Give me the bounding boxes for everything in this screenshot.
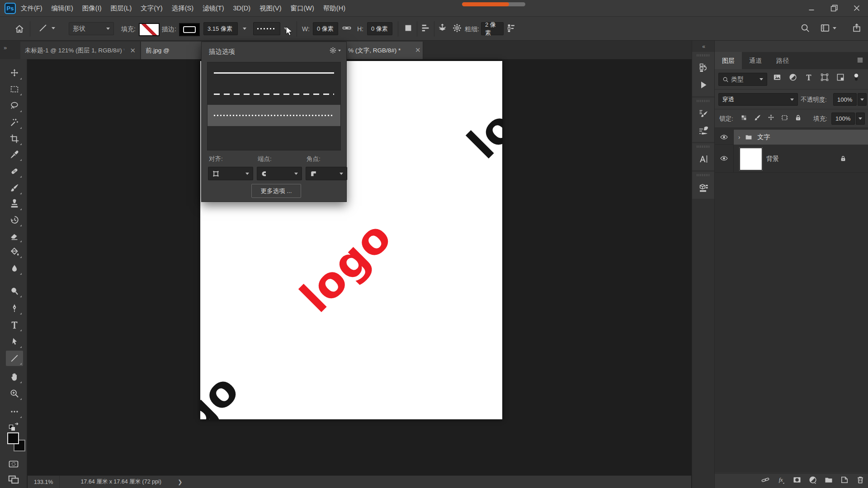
tool-lasso[interactable]: [6, 98, 23, 113]
tool-rect-marquee[interactable]: [6, 81, 23, 97]
menu-layer[interactable]: 图层(L): [106, 0, 137, 16]
zoom-level-readout[interactable]: 133.1%: [34, 479, 53, 485]
status-options-chevron[interactable]: ❯: [178, 479, 182, 485]
swap-colors-button[interactable]: [7, 421, 21, 432]
menu-view[interactable]: 视图(V): [255, 0, 286, 16]
corners-select[interactable]: [306, 167, 347, 180]
tool-pen[interactable]: [6, 300, 23, 316]
new-layer-button[interactable]: [840, 475, 849, 486]
grip-handle[interactable]: [697, 54, 710, 56]
weight-input[interactable]: 2 像素: [481, 22, 504, 35]
filter-type-filter-button[interactable]: [804, 73, 813, 84]
minimize-button[interactable]: [800, 0, 823, 16]
foreground-color-swatch[interactable]: [7, 432, 19, 444]
restore-button[interactable]: [823, 0, 845, 16]
add-adjustment-button[interactable]: [808, 475, 817, 486]
filter-shape-filter-button[interactable]: [820, 73, 829, 84]
tab-layers[interactable]: 图层: [715, 52, 742, 69]
layer-thumbnail[interactable]: [740, 148, 762, 170]
menu-image[interactable]: 图像(I): [78, 0, 106, 16]
stroke-style-dashed[interactable]: [208, 84, 340, 105]
lock-position-button[interactable]: [767, 114, 775, 123]
tool-eyedropper[interactable]: [6, 147, 23, 162]
tool-crop[interactable]: [6, 131, 23, 146]
height-input[interactable]: 0 像素: [367, 22, 392, 35]
menu-edit[interactable]: 编辑(E): [47, 0, 78, 16]
tool-mode-select[interactable]: 形状: [69, 22, 114, 35]
tab-channels[interactable]: 通道: [742, 52, 769, 69]
visibility-toggle[interactable]: [715, 130, 734, 144]
layer-row-text-group[interactable]: › 文字: [715, 130, 868, 145]
layer-row-content[interactable]: › 文字: [734, 130, 868, 145]
path-alignment-button[interactable]: [420, 23, 430, 33]
menu-filter[interactable]: 滤镜(T): [198, 0, 229, 16]
search-button[interactable]: [800, 23, 810, 33]
lock-artboard-button[interactable]: [781, 114, 788, 123]
tab-close-icon[interactable]: ✕: [130, 47, 136, 55]
layer-row-background[interactable]: 背景: [715, 145, 868, 173]
canvas-area[interactable]: logo logo logo logo 133.1% 17.64 厘米 x 17…: [28, 59, 691, 488]
dock-panel-character[interactable]: [692, 150, 715, 168]
more-options-button[interactable]: 更多选项 ...: [251, 184, 301, 198]
stroke-style-select[interactable]: [253, 22, 280, 35]
tab-close-icon[interactable]: ✕: [415, 46, 421, 54]
layer-style-fx-button[interactable]: fx: [777, 475, 786, 486]
filter-pixel-filter-button[interactable]: [773, 73, 782, 84]
tool-path-selection[interactable]: [6, 334, 23, 349]
home-button[interactable]: [14, 23, 25, 35]
tool-move[interactable]: [6, 66, 23, 81]
tool-dodge[interactable]: [6, 283, 23, 299]
lock-paint-button[interactable]: [754, 114, 761, 123]
dock-panel-actions-play[interactable]: [692, 76, 715, 94]
workspace-switcher[interactable]: [820, 23, 836, 33]
add-mask-button[interactable]: [793, 475, 802, 486]
lock-all-button[interactable]: [794, 114, 802, 123]
lock-transparency-button[interactable]: [740, 114, 748, 123]
tool-paint-bucket[interactable]: [6, 244, 23, 259]
menu-window[interactable]: 窗口(W): [286, 0, 319, 16]
tool-magic-wand[interactable]: [6, 115, 23, 130]
dock-panel-brushes[interactable]: [692, 122, 715, 139]
opacity-input[interactable]: 100%: [833, 93, 857, 106]
expand-group-chevron[interactable]: ›: [738, 134, 740, 141]
dock-panel-history[interactable]: [692, 59, 715, 76]
tool-ellipsis[interactable]: [6, 404, 23, 419]
collapse-dock-button[interactable]: «: [692, 41, 714, 52]
stroke-style-solid[interactable]: [208, 62, 340, 84]
grip-handle[interactable]: [697, 100, 710, 102]
menu-select[interactable]: 选择(S): [167, 0, 198, 16]
new-group-button[interactable]: [824, 475, 833, 486]
document-tab-untitled[interactable]: 未标题-1 @ 121% (图层 1, RGB/8#) * ✕: [20, 42, 141, 59]
path-arrangement-button[interactable]: [437, 23, 448, 34]
link-dimensions-button[interactable]: [342, 23, 352, 33]
fill-dropdown[interactable]: [856, 113, 865, 125]
stroke-width-dropdown[interactable]: [240, 22, 250, 35]
visibility-toggle[interactable]: [715, 145, 734, 172]
stroke-style-dotted[interactable]: [208, 105, 340, 126]
quick-mask-button[interactable]: [7, 459, 20, 471]
tool-brush[interactable]: [6, 180, 23, 196]
edit-toolbar-button[interactable]: [506, 23, 516, 33]
expand-panel-icon[interactable]: »: [4, 44, 6, 51]
shape-settings-button[interactable]: [452, 23, 462, 33]
fill-color-swatch[interactable]: [139, 23, 160, 36]
menu-type[interactable]: 文字(Y): [136, 0, 167, 16]
panel-menu-button[interactable]: [856, 56, 864, 66]
line-tool-preset[interactable]: [38, 23, 55, 33]
fill-input[interactable]: 100%: [831, 113, 855, 125]
tool-history-brush[interactable]: [6, 212, 23, 228]
tool-line[interactable]: [6, 351, 23, 366]
menu-3d[interactable]: 3D(D): [228, 0, 255, 16]
filter-filter-toggle-button[interactable]: [852, 73, 861, 84]
delete-layer-button[interactable]: [856, 475, 865, 486]
blend-mode-select[interactable]: 穿透: [718, 93, 798, 106]
filter-type-select[interactable]: 类型: [718, 73, 767, 86]
grip-handle[interactable]: [697, 174, 710, 176]
filter-smart-filter-button[interactable]: [836, 73, 845, 84]
link-layers-button[interactable]: [761, 475, 770, 486]
stroke-width-input[interactable]: 3.15 像素: [203, 22, 238, 35]
stroke-color-swatch[interactable]: [179, 23, 200, 36]
share-button[interactable]: [852, 23, 862, 33]
tool-type[interactable]: [6, 317, 23, 333]
filter-adjustment-filter-button[interactable]: [788, 73, 797, 84]
